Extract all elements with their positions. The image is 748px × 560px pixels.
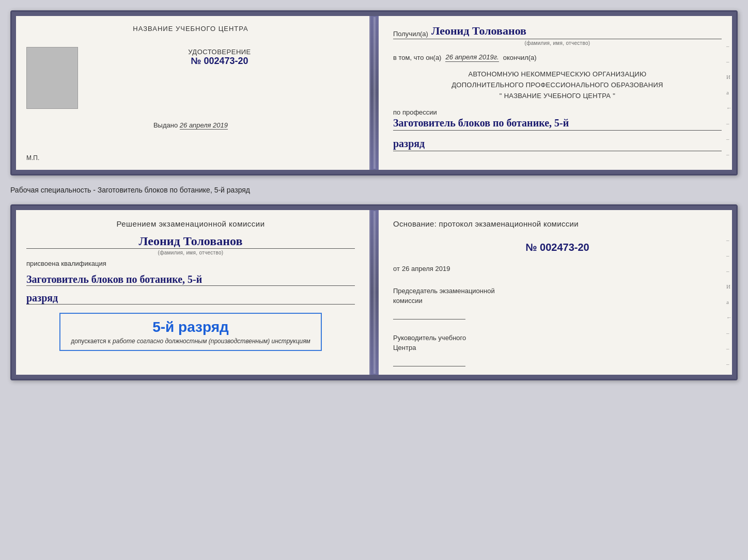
bottom-card-right: Основание: протокол экзаменационной коми… <box>379 206 736 379</box>
chairman-label-2: комиссии <box>393 296 722 306</box>
recipient-prefix: Получил(а) <box>393 30 428 38</box>
chairman-signature-line <box>393 309 465 319</box>
person-caption: (фамилия, имя, отчество) <box>26 250 355 255</box>
recipient-caption: (фамилия, имя, отчество) <box>393 40 722 46</box>
profession-section: по профессии Заготовитель блоков по бота… <box>393 108 722 131</box>
cert-number: № 002473-20 <box>188 56 251 67</box>
stamp-title: 5-й разряд <box>152 319 229 335</box>
chairman-label-1: Председатель экзаменационной <box>393 286 722 296</box>
edge-marks: – – И а ← – – – <box>726 43 732 157</box>
qualification-value: Заготовитель блоков по ботанике, 5-й <box>26 274 355 286</box>
person-name: Леонид Толованов <box>26 234 355 249</box>
stamp-box: 5-й разряд допускается к работе согласно… <box>59 313 322 351</box>
head-signature-line <box>393 356 465 366</box>
protocol-number: № 002473-20 <box>393 242 722 253</box>
qualification-label: присвоена квалификация <box>26 260 106 267</box>
edge-marks-bottom: – – – И а ← – – – – <box>726 237 732 380</box>
stamp-subtitle: допускается к <box>71 338 111 345</box>
decision-header: Решением экзаменационной комиссии <box>26 218 355 230</box>
date-suffix: окончил(а) <box>503 54 537 61</box>
recipient-name: Леонид Толованов <box>431 24 526 38</box>
profession-label: по профессии <box>393 108 722 116</box>
issued-date: 26 апреля 2019 <box>180 121 228 130</box>
date-from: от 26 апреля 2019 <box>393 265 722 273</box>
completion-date-line: в том, что он(а) 26 апреля 2019г. окончи… <box>393 53 722 62</box>
profession-value: Заготовитель блоков по ботанике, 5-й <box>393 117 722 131</box>
head-section: Руководитель учебного Центра <box>393 333 722 366</box>
bottom-certificate-card: Решением экзаменационной комиссии Леонид… <box>10 204 738 380</box>
date-from-value: 26 апреля 2019 <box>402 265 450 273</box>
org-name-block: АВТОНОМНУЮ НЕКОММЕРЧЕСКУЮ ОРГАНИЗАЦИЮ ДО… <box>393 69 722 101</box>
cert-number-section: УДОСТОВЕРЕНИЕ № 002473-20 <box>188 48 251 67</box>
top-card-left: НАЗВАНИЕ УЧЕБНОГО ЦЕНТРА УДОСТОВЕРЕНИЕ №… <box>12 12 370 174</box>
spine-divider <box>370 12 379 174</box>
recipient-section: Получил(а) Леонид Толованов (фамилия, им… <box>393 24 722 46</box>
issued-line: Выдано 26 апреля 2019 <box>153 121 228 129</box>
photo-placeholder <box>26 47 78 109</box>
rank-handwritten: разряд <box>26 292 355 305</box>
spine-divider-bottom <box>370 206 379 379</box>
bottom-card-left: Решением экзаменационной комиссии Леонид… <box>12 206 370 379</box>
stamp-italic: работе согласно должностным (производств… <box>113 338 310 345</box>
mp-label: М.П. <box>26 154 39 162</box>
person-section: Леонид Толованов (фамилия, имя, отчество… <box>26 234 355 255</box>
training-center-title-top: НАЗВАНИЕ УЧЕБНОГО ЦЕНТРА <box>133 24 248 34</box>
cert-label: УДОСТОВЕРЕНИЕ <box>188 48 251 56</box>
rank-value: разряд <box>393 138 722 151</box>
head-label-2: Центра <box>393 343 722 353</box>
basis-header: Основание: протокол экзаменационной коми… <box>393 218 722 230</box>
info-line: Рабочая специальность - Заготовитель бло… <box>10 185 738 195</box>
org-line-3: " НАЗВАНИЕ УЧЕБНОГО ЦЕНТРА " <box>393 91 722 102</box>
org-line-2: ДОПОЛНИТЕЛЬНОГО ПРОФЕССИОНАЛЬНОГО ОБРАЗО… <box>393 80 722 91</box>
head-label-1: Руководитель учебного <box>393 333 722 343</box>
date-from-prefix: от <box>393 265 400 273</box>
completion-date: 26 апреля 2019г. <box>445 53 498 62</box>
org-line-1: АВТОНОМНУЮ НЕКОММЕРЧЕСКУЮ ОРГАНИЗАЦИЮ <box>393 69 722 80</box>
date-prefix: в том, что он(а) <box>393 54 441 61</box>
top-certificate-card: НАЗВАНИЕ УЧЕБНОГО ЦЕНТРА УДОСТОВЕРЕНИЕ №… <box>10 10 738 175</box>
chairman-section: Председатель экзаменационной комиссии <box>393 286 722 319</box>
issued-prefix: Выдано <box>153 121 178 129</box>
top-card-right: Получил(а) Леонид Толованов (фамилия, им… <box>379 12 736 174</box>
